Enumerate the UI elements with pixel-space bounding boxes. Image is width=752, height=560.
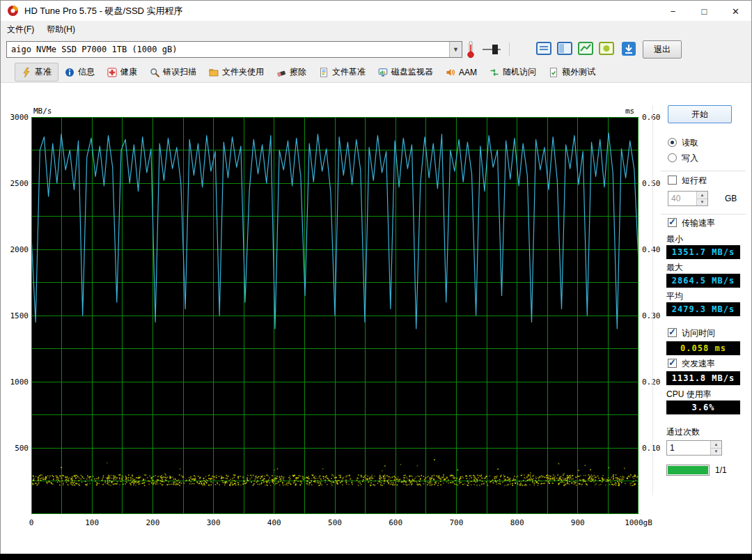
tab-label: 额外测试 [562, 66, 595, 78]
menu-help[interactable]: 帮助(H) [40, 22, 81, 38]
access-time-checkbox[interactable] [668, 328, 677, 337]
transfer-rate-checkbox[interactable] [668, 218, 677, 227]
axis-tick-label: 2500 [2, 179, 29, 188]
copy-screenshot-icon[interactable] [598, 40, 615, 57]
avg-label: 平均 [666, 290, 683, 302]
spin-down-icon[interactable]: ▼ [711, 449, 721, 456]
speaker-icon [446, 68, 455, 77]
transfer-rate-label: 传输速率 [682, 217, 715, 229]
axis-tick-label: 0 [10, 518, 52, 527]
tab-disk-monitor[interactable]: 磁盘监视器 [372, 63, 439, 81]
tab-info[interactable]: 信息 [58, 63, 101, 81]
axis-tick-label: 500 [314, 518, 356, 527]
axis-tick-label: 600 [375, 518, 416, 527]
tab-extra-tests[interactable]: 额外测试 [542, 63, 602, 81]
app-icon [7, 5, 19, 17]
tab-file-benchmark[interactable]: 文件基准 [313, 63, 372, 81]
axis-tick-label: 100 [71, 518, 113, 527]
axis-tick-label: 300 [193, 518, 235, 527]
access-time-label: 访问时间 [682, 327, 715, 339]
axis-tick-label: 3000 [2, 113, 29, 122]
axis-tick-label: 0.50 [642, 179, 661, 188]
split-view-icon[interactable] [556, 40, 573, 57]
start-button[interactable]: 开始 [668, 105, 732, 123]
document-icon [319, 68, 329, 77]
axis-tick-label: 500 [2, 444, 29, 453]
min-label: 最小 [666, 233, 683, 245]
burst-rate-checkbox[interactable] [668, 359, 677, 368]
exit-button[interactable]: 退出 [643, 40, 682, 59]
extra-tests-icon [549, 68, 558, 77]
y-right-unit-label: ms [625, 107, 634, 116]
benchmark-chart [31, 117, 639, 514]
close-button[interactable]: ✕ [720, 1, 751, 22]
short-stroke-spinner[interactable]: 40 ▲▼ [668, 191, 708, 206]
temperature-slider-icon[interactable] [481, 41, 502, 58]
lightning-icon [22, 68, 31, 77]
pass-count-value: 1 [667, 441, 710, 455]
tab-label: 错误扫描 [163, 66, 196, 78]
drive-selector[interactable]: aigo NVMe SSD P7000 1TB (1000 gB) ▼ [6, 41, 462, 58]
avg-value-box: 2479.3 MB/s [666, 302, 740, 316]
axis-tick-label: 0.30 [642, 311, 661, 320]
read-radio[interactable] [668, 138, 677, 147]
graph-view-icon[interactable] [577, 40, 594, 57]
short-stroke-checkbox[interactable] [668, 176, 677, 185]
maximize-button[interactable]: □ [689, 1, 720, 22]
write-radio[interactable] [668, 153, 677, 162]
eraser-icon [276, 68, 286, 77]
min-value-box: 1351.7 MB/s [666, 245, 740, 259]
magnifier-icon [150, 68, 159, 77]
access-time-value-box: 0.058 ms [666, 341, 740, 355]
spin-up-icon[interactable]: ▲ [697, 192, 707, 199]
drive-selector-value: aigo NVMe SSD P7000 1TB (1000 gB) [7, 45, 449, 54]
axis-tick-label: 900 [557, 518, 599, 527]
tab-folder-usage[interactable]: 文件夹使用 [203, 63, 270, 81]
axis-tick-label: 0.20 [642, 378, 661, 387]
spin-down-icon[interactable]: ▼ [697, 199, 707, 206]
menu-file[interactable]: 文件(F) [1, 22, 40, 38]
panel-separator [652, 105, 653, 495]
progress-bar-fill [668, 466, 708, 474]
toolbar-separator [509, 42, 510, 56]
axis-tick-label: 0.10 [642, 444, 661, 453]
text-view-icon[interactable] [535, 40, 552, 57]
tab-label: 健康 [120, 66, 137, 78]
axis-tick-label: 700 [435, 518, 477, 527]
short-stroke-unit-label: GB [725, 194, 737, 203]
axis-tick-label: 400 [253, 518, 295, 527]
health-icon [107, 68, 117, 77]
axis-tick-label: 200 [132, 518, 173, 527]
tab-error-scan[interactable]: 错误扫描 [143, 63, 203, 81]
save-export-icon[interactable] [620, 40, 637, 57]
short-stroke-label: 短行程 [682, 175, 707, 187]
tab-label: 磁盘监视器 [391, 66, 433, 78]
tab-aam[interactable]: AAM [439, 65, 483, 80]
tab-label: 随机访问 [503, 66, 536, 78]
shuffle-icon [489, 68, 499, 77]
window-title: HD Tune Pro 5.75 - 硬盘/SSD 实用程序 [24, 5, 183, 17]
menu-bar: 文件(F) 帮助(H) [1, 22, 751, 37]
tab-health[interactable]: 健康 [101, 63, 143, 81]
tab-benchmark[interactable]: 基准 [15, 63, 58, 81]
chevron-down-icon[interactable]: ▼ [449, 42, 462, 57]
tab-random-access[interactable]: 随机访问 [483, 63, 542, 81]
monitor-icon [378, 68, 388, 77]
max-label: 最大 [666, 262, 683, 274]
panel-separator [661, 171, 746, 171]
tab-erase[interactable]: 擦除 [270, 63, 313, 81]
tab-label: 信息 [78, 66, 95, 78]
temperature-icon [466, 40, 476, 59]
axis-tick-label: 800 [496, 518, 538, 527]
spin-up-icon[interactable]: ▲ [711, 441, 721, 449]
minimize-button[interactable]: − [657, 1, 689, 22]
axis-tick-label: 1000gB [618, 518, 659, 527]
tab-label: AAM [459, 68, 477, 77]
cpu-usage-label: CPU 使用率 [666, 389, 712, 400]
axis-tick-label: 1000 [2, 378, 29, 387]
axis-tick-label: 1500 [2, 311, 29, 320]
axis-tick-label: 0.60 [642, 113, 661, 122]
tab-label: 文件基准 [332, 66, 366, 78]
pass-count-spinner[interactable]: 1 ▲▼ [666, 440, 722, 456]
read-radio-label: 读取 [682, 137, 698, 149]
